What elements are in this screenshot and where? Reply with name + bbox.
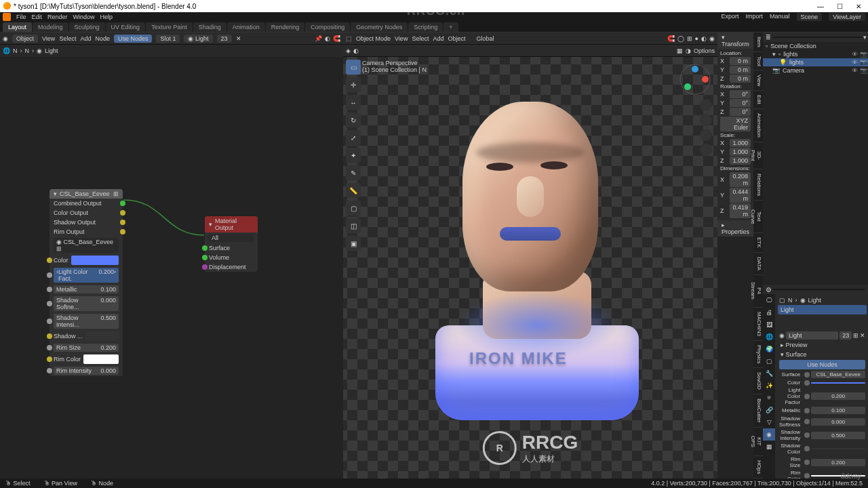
tool-extra2[interactable]: ▣ [346,236,361,251]
viewlayer-field[interactable]: ViewLayer [829,13,865,21]
p-rimsize[interactable]: 0.200 [811,459,865,466]
p-lcf[interactable]: 0.200 [811,392,865,400]
preview-section[interactable]: ▸ Preview [778,340,867,350]
vtab-tool[interactable]: Tool [753,52,763,71]
vtab-kitops[interactable]: KIT OPS [753,428,763,456]
loc-z[interactable]: 0 m [730,75,751,83]
dim-z[interactable]: 0.419 m [730,203,751,218]
output-target[interactable]: All [209,234,254,242]
ptab-data[interactable]: ▽ [763,416,775,428]
rot-z[interactable]: 0° [730,108,751,116]
surface-section[interactable]: ▾ Surface [778,350,867,359]
vtab-textcurve[interactable]: Text Curve [753,201,763,233]
vp-gizmo-toggle[interactable]: ◈ [346,47,351,54]
material-users[interactable]: 23 [217,35,232,43]
material-slot-users[interactable]: 23 [840,331,852,340]
ptab-scene[interactable]: 🌐 [763,331,775,343]
unlink-mat-icon[interactable]: ✕ [860,332,865,339]
xray-icon[interactable]: ▦ [677,47,683,54]
menu-manual[interactable]: Manual [770,13,790,21]
loc-x[interactable]: 0 m [730,57,751,65]
vtab-3dprint[interactable]: 3D-Print [753,142,763,169]
use-nodes-button[interactable]: Use Nodes [779,360,865,369]
menu-render[interactable]: Render [47,14,68,20]
tool-measure[interactable]: 📏 [346,183,361,198]
ws-uv[interactable]: UV Editing [106,22,146,32]
properties-header[interactable]: ▸ Properties [717,220,753,237]
collapse-icon[interactable]: ▾ [54,190,57,197]
scale-x[interactable]: 1.000 [730,139,751,147]
bc-world-icon[interactable]: 🌐 [3,47,10,54]
collapse-icon[interactable]: ▾ [209,221,212,228]
vtab-p4[interactable]: P4 Stream [753,275,763,308]
use-nodes-toggle[interactable]: Use Nodes [114,35,153,43]
ne-node[interactable]: Node [95,35,110,42]
rot-mode[interactable]: XYZ Euler [720,117,751,131]
outliner-lights-obj[interactable]: 💡 lights 👁📷 [763,58,868,66]
viewport-canvas[interactable]: Camera Perspective (1) Scene Collection … [343,57,717,479]
pin-icon[interactable]: 📌 [315,35,322,42]
ptab-view[interactable]: 🖼 [763,319,775,331]
vtab-item[interactable]: Item [753,33,763,52]
dim-y[interactable]: 0.444 m [730,188,751,203]
loc-y[interactable]: 0 m [730,66,751,74]
rim-intensity-field[interactable]: Rim Intensity0.000 [54,367,119,375]
menu-edit[interactable]: Edit [32,14,43,20]
shading-matprev-icon[interactable]: ◐ [701,35,707,42]
ne-mode[interactable]: Object [12,35,38,43]
vtab-hops[interactable]: HOps [753,456,763,479]
vtab-view[interactable]: View [753,70,763,91]
menu-file[interactable]: File [16,14,26,20]
ws-layout[interactable]: Layout [3,22,32,32]
vp-orientation[interactable]: Global [476,35,494,42]
bc-obj[interactable]: N [25,47,30,54]
vtab-sovi3d[interactable]: Sovi3D [753,368,763,394]
tool-rotate[interactable]: ↻ [346,113,361,127]
cavity-icon[interactable]: ◑ [686,47,691,54]
ne-overlay-icon[interactable]: ◐ [325,35,330,42]
ptab-texture[interactable]: ▦ [763,441,775,453]
rim-color-field[interactable] [83,354,119,364]
p-shadowcolor[interactable] [811,448,865,449]
vp-object[interactable]: Object [448,35,465,42]
menu-window[interactable]: Window [73,14,95,20]
ptab-particles[interactable]: ✨ [763,380,775,392]
vtab-relations[interactable]: Relations [753,169,763,201]
ptab-object[interactable]: ▢ [763,355,775,367]
tool-move[interactable]: ↔ [346,95,361,110]
ws-rendering[interactable]: Rendering [266,22,305,32]
vtab-physics[interactable]: Physics [753,341,763,369]
outliner-search[interactable] [772,37,862,38]
ptab-physics[interactable]: ⚛ [763,392,775,404]
close-button[interactable]: ✕ [852,3,865,10]
ptab-output[interactable]: 🖨 [763,306,775,319]
props-icon[interactable]: ⚙ [766,286,772,293]
vp-proportional-icon[interactable]: ◯ [677,35,684,42]
dim-x[interactable]: 0.208 m [730,172,751,187]
shading-solid-icon[interactable]: ● [695,35,698,42]
node-csl-header[interactable]: ▾ CSL_Base_Eevee ⊞ [50,189,123,199]
shadow-intensity-field[interactable]: Shadow Intensi...0.500 [54,314,119,329]
minimize-button[interactable]: — [814,3,827,10]
tool-cursor[interactable]: ✛ [346,77,361,92]
new-mat-icon[interactable]: ⊞ [853,332,859,339]
node-material-output[interactable]: ▾ Material Output All Surface Volume Dis… [204,216,258,272]
ws-geonodes[interactable]: Geometry Nodes [351,22,408,32]
node-output-header[interactable]: ▾ Material Output [205,216,258,232]
ws-add[interactable]: + [443,22,458,32]
outliner-scene-collection[interactable]: ▫ Scene Collection [763,42,868,50]
ne-view[interactable]: View [42,35,55,42]
zoom-icon[interactable] [700,99,712,111]
scene-field[interactable]: Scene [797,13,823,21]
shadow-softness-field[interactable]: Shadow Softne...0.000 [54,296,119,311]
ptab-render[interactable]: 🖵 [763,294,775,306]
tool-extra1[interactable]: ◫ [346,218,361,233]
ptab-material[interactable]: ◉ [763,428,775,441]
ws-compositing[interactable]: Compositing [305,22,350,32]
camera-icon[interactable] [700,129,712,141]
ws-sculpting[interactable]: Sculpting [69,22,105,32]
ws-animation[interactable]: Animation [227,22,265,32]
ptab-world[interactable]: 🌍 [763,343,775,355]
bc-mat[interactable]: Light [45,47,58,54]
surface-value[interactable]: CSL_Base_Eevee [811,371,865,378]
